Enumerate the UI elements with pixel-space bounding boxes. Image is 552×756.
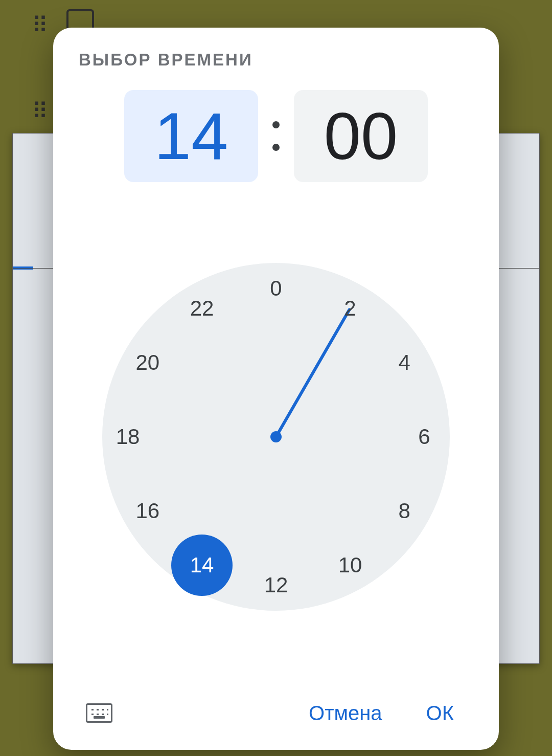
- bg-apps-icon: ⠿: [32, 100, 48, 123]
- clock-hand: [274, 307, 351, 437]
- clock-face[interactable]: 14 02468101216182022: [102, 263, 450, 611]
- minute-field[interactable]: 00: [294, 90, 428, 182]
- cancel-button[interactable]: Отмена: [294, 698, 397, 729]
- clock-number-22[interactable]: 22: [190, 296, 214, 321]
- clock-number-2[interactable]: 2: [344, 296, 356, 321]
- clock-selected-dot[interactable]: 14: [171, 535, 233, 596]
- clock-number-4[interactable]: 4: [398, 350, 410, 375]
- time-picker-dialog: ВЫБОР ВРЕМЕНИ 14 00 14 02468101216182022…: [53, 28, 499, 750]
- clock-number-6[interactable]: 6: [418, 425, 430, 449]
- clock-number-20[interactable]: 20: [135, 350, 159, 375]
- clock-number-10[interactable]: 10: [338, 553, 362, 577]
- clock-center-dot: [270, 431, 282, 442]
- time-display-row: 14 00: [79, 90, 473, 182]
- minute-value: 00: [324, 103, 398, 169]
- time-colon: [272, 121, 280, 151]
- clock-selected-label: 14: [190, 553, 214, 577]
- clock-number-16[interactable]: 16: [135, 499, 159, 523]
- clock-number-0[interactable]: 0: [270, 276, 282, 301]
- clock-number-12[interactable]: 12: [264, 573, 288, 597]
- hour-value: 14: [154, 103, 228, 169]
- hour-field[interactable]: 14: [124, 90, 258, 182]
- ok-button[interactable]: ОК: [412, 698, 468, 729]
- dialog-footer: Отмена ОК: [79, 692, 473, 735]
- keyboard-icon: [86, 703, 112, 723]
- keyboard-toggle-button[interactable]: [84, 702, 114, 724]
- clock-number-8[interactable]: 8: [398, 499, 410, 523]
- bg-apps-icon: ⠿: [32, 14, 48, 37]
- clock-number-18[interactable]: 18: [116, 425, 140, 449]
- clock-container: 14 02468101216182022: [79, 182, 473, 692]
- dialog-title: ВЫБОР ВРЕМЕНИ: [79, 50, 473, 70]
